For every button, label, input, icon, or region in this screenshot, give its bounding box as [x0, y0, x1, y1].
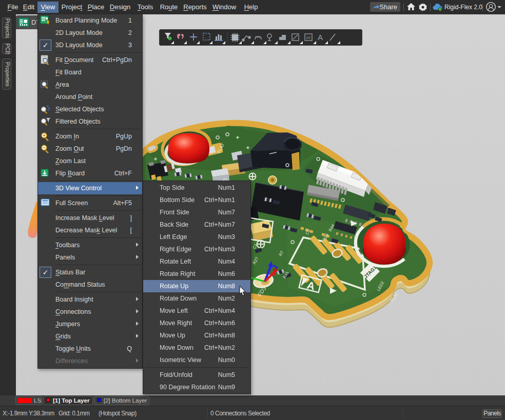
- svg-text:10: 10: [306, 35, 310, 40]
- svg-text:A: A: [318, 33, 323, 42]
